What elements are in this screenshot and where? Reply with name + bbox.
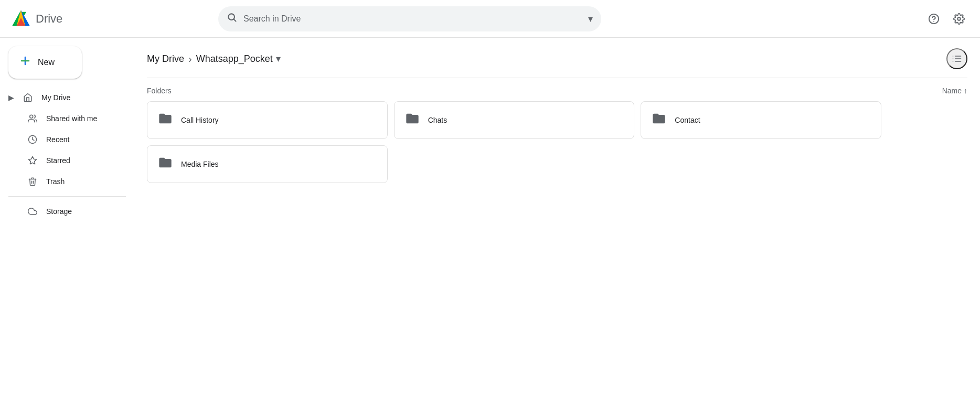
sidebar-item-recent[interactable]: Recent <box>0 129 126 150</box>
folder-icon-chats <box>405 111 420 130</box>
breadcrumb-current-label: Whatsapp_Pocket <box>196 53 273 65</box>
recent-icon <box>27 135 38 144</box>
sidebar-item-trash[interactable]: Trash <box>0 171 126 192</box>
breadcrumb-dropdown-icon: ▾ <box>276 53 281 65</box>
svg-point-9 <box>957 17 961 20</box>
storage-icon <box>27 207 38 216</box>
my-drive-icon <box>23 93 33 102</box>
breadcrumb: My Drive › Whatsapp_Pocket ▾ <box>147 38 967 78</box>
main-layout: New ▶ My Drive <box>0 38 980 407</box>
section-label: Folders <box>147 87 172 95</box>
breadcrumb-current-folder[interactable]: Whatsapp_Pocket ▾ <box>196 53 281 65</box>
new-button-label: New <box>38 58 55 67</box>
folder-name-call-history: Call History <box>181 116 219 124</box>
sidebar-item-storage-label: Storage <box>46 207 72 216</box>
svg-marker-14 <box>29 157 37 164</box>
settings-button[interactable] <box>949 8 970 29</box>
sidebar-item-starred[interactable]: Starred <box>0 150 126 171</box>
folder-name-chats: Chats <box>428 116 448 124</box>
folder-contact[interactable]: Contact <box>641 101 881 139</box>
folder-name-media-files: Media Files <box>181 160 219 168</box>
sidebar-item-my-drive[interactable]: ▶ My Drive <box>0 87 126 108</box>
folder-icon-media-files <box>158 155 173 174</box>
shared-with-me-icon <box>27 114 38 123</box>
view-toggle-button[interactable] <box>946 48 967 69</box>
expand-icon: ▶ <box>8 93 14 102</box>
sidebar-divider <box>8 196 126 197</box>
main-content: My Drive › Whatsapp_Pocket ▾ Folders <box>134 38 980 407</box>
sort-control[interactable]: Name ↑ <box>942 87 967 95</box>
logo-text: Drive <box>36 12 62 26</box>
header: Drive ▾ <box>0 0 980 38</box>
folder-media-files[interactable]: Media Files <box>147 145 388 183</box>
svg-point-12 <box>30 115 33 118</box>
sidebar-item-storage[interactable]: Storage <box>0 201 126 222</box>
search-bar: ▾ <box>218 6 601 31</box>
folder-chats[interactable]: Chats <box>394 101 635 139</box>
trash-icon <box>27 177 38 186</box>
new-button[interactable]: New <box>8 46 82 79</box>
sort-label-text: Name <box>942 87 962 95</box>
breadcrumb-root[interactable]: My Drive <box>147 53 184 65</box>
header-actions <box>923 8 970 29</box>
sidebar-item-recent-label: Recent <box>46 135 69 144</box>
drive-logo-icon <box>10 8 31 29</box>
sidebar-item-trash-label: Trash <box>46 177 65 186</box>
svg-line-6 <box>234 19 236 22</box>
folders-grid: Call History Chats Contact <box>147 101 881 183</box>
folder-name-contact: Contact <box>675 116 700 124</box>
sort-direction-icon: ↑ <box>964 87 967 95</box>
sidebar: New ▶ My Drive <box>0 38 134 407</box>
folder-icon-call-history <box>158 111 173 130</box>
search-icon <box>227 12 237 25</box>
sidebar-item-shared-with-me[interactable]: Shared with me <box>0 108 126 129</box>
search-input[interactable] <box>243 14 582 24</box>
logo-area: Drive <box>10 8 210 29</box>
sidebar-item-shared-label: Shared with me <box>46 114 97 123</box>
folder-icon-contact <box>652 111 666 130</box>
starred-icon <box>27 156 38 165</box>
section-header: Folders Name ↑ <box>147 78 967 101</box>
sidebar-item-my-drive-label: My Drive <box>41 93 70 102</box>
search-dropdown-icon[interactable]: ▾ <box>588 13 593 25</box>
new-button-icon <box>19 55 31 70</box>
folder-call-history[interactable]: Call History <box>147 101 388 139</box>
sidebar-item-starred-label: Starred <box>46 156 70 165</box>
help-button[interactable] <box>923 8 944 29</box>
breadcrumb-separator: › <box>188 53 192 65</box>
